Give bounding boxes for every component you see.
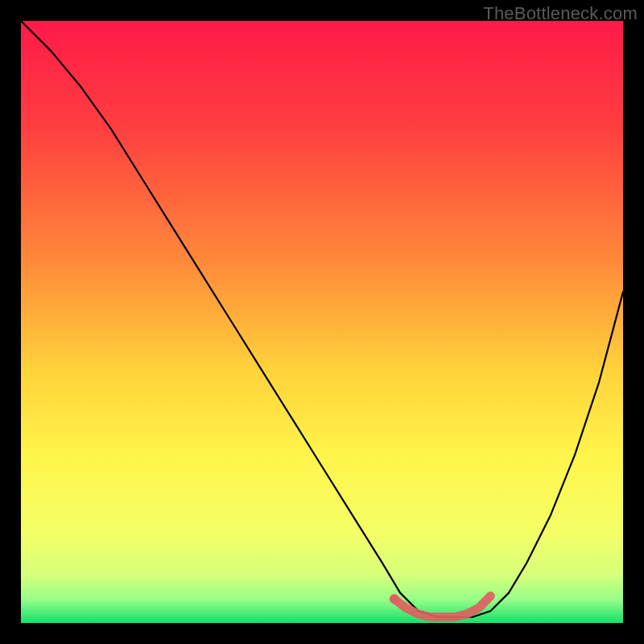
watermark-text: TheBottleneck.com: [483, 3, 638, 24]
svg-point-1: [390, 594, 399, 604]
plot-area: [21, 21, 623, 623]
chart-svg: [21, 21, 623, 623]
chart-frame: TheBottleneck.com: [0, 0, 644, 644]
svg-rect-0: [21, 21, 623, 623]
